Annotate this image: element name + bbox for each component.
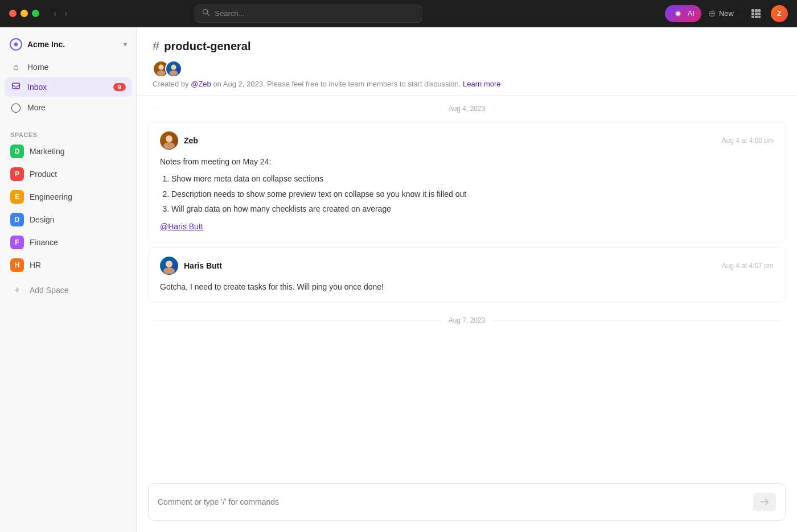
messages-area: Aug 4, 2023 Zeb Aug 4 at 4:00 pm Notes f… [137, 96, 797, 474]
send-icon [760, 497, 769, 506]
svg-point-22 [166, 261, 172, 267]
svg-point-19 [170, 71, 178, 76]
maximize-button[interactable] [32, 10, 39, 17]
new-label: New [719, 9, 734, 18]
description-mention[interactable]: @Zeb [191, 80, 211, 88]
message-avatar-zeb [160, 131, 178, 150]
forward-button[interactable]: › [61, 7, 70, 20]
date-divider-aug7: Aug 7, 2023 [137, 307, 797, 329]
message-card-2: Haris Butt Aug 4 at 4:07 pm Gotcha, I ne… [148, 247, 786, 303]
user-initials: Z [777, 10, 781, 18]
space-label: Finance [30, 238, 58, 247]
ai-label: AI [688, 9, 695, 18]
workspace-logo-icon [9, 38, 23, 51]
space-label: Engineering [30, 192, 72, 201]
message-author-2: Haris Butt [184, 261, 222, 270]
sidebar-item-engineering[interactable]: E Engineering [5, 186, 132, 208]
sidebar-item-finance[interactable]: F Finance [5, 232, 132, 253]
user-avatar[interactable]: Z [771, 5, 788, 22]
date-divider-aug4: Aug 4, 2023 [137, 96, 797, 117]
search-icon [202, 9, 210, 18]
topbar-right: AI ⊕ New Z [665, 5, 788, 22]
sidebar-item-product[interactable]: P Product [5, 163, 132, 185]
msg-list: Show more meta data on collapse sections… [160, 172, 774, 215]
sidebar-item-label: More [27, 103, 46, 112]
new-plus-icon: ⊕ [708, 8, 716, 19]
ai-button[interactable]: AI [665, 5, 701, 22]
sidebar-item-inbox[interactable]: Inbox 9 [5, 77, 132, 97]
message-avatar-haris [160, 257, 178, 275]
more-icon: ◯ [10, 102, 22, 113]
learn-more-link[interactable]: Learn more [463, 80, 500, 88]
date-label-aug4: Aug 4, 2023 [449, 105, 486, 113]
message-time-2: Aug 4 at 4:07 pm [722, 262, 774, 270]
new-button[interactable]: ⊕ New [708, 8, 734, 19]
sidebar-item-home[interactable]: ⌂ Home [5, 58, 132, 76]
add-space-button[interactable]: + Add Space [5, 279, 132, 301]
minimize-button[interactable] [20, 10, 28, 17]
svg-rect-10 [751, 16, 754, 18]
workspace-name: Acme Inc. [27, 40, 65, 49]
message-mention[interactable]: @Haris Butt [160, 222, 203, 231]
svg-point-16 [158, 65, 163, 70]
message-header-1: Zeb Aug 4 at 4:00 pm [160, 131, 774, 150]
svg-rect-4 [751, 9, 754, 12]
msg-intro: Notes from meeting on May 24: [160, 155, 774, 168]
sidebar-item-hr[interactable]: H HR [5, 254, 132, 276]
search-bar[interactable]: Search... [195, 5, 422, 23]
hr-space-icon: H [10, 258, 24, 272]
list-item: Will grab data on how many checklists ar… [171, 203, 774, 215]
comment-send-button[interactable] [753, 493, 776, 511]
sidebar-item-more[interactable]: ◯ More [5, 98, 132, 117]
back-button[interactable]: ‹ [51, 7, 59, 20]
content-area: # product-general Created by @Zeb on Aug… [137, 27, 797, 532]
member-avatar-haris [165, 60, 182, 77]
home-icon: ⌂ [10, 62, 22, 72]
svg-rect-7 [751, 13, 754, 15]
svg-rect-5 [755, 9, 758, 12]
ai-avatar-icon [672, 7, 684, 20]
sidebar-item-marketing[interactable]: D Marketing [5, 141, 132, 162]
message-body-1: Notes from meeting on May 24: Show more … [160, 155, 774, 233]
space-label: Marketing [30, 147, 64, 156]
date-line [492, 109, 781, 109]
svg-point-0 [203, 9, 208, 14]
message-header-2: Haris Butt Aug 4 at 4:07 pm [160, 257, 774, 275]
add-space-icon: + [10, 283, 24, 297]
inbox-badge: 9 [113, 83, 126, 91]
inbox-icon [10, 81, 22, 93]
sidebar-item-design[interactable]: D Design [5, 209, 132, 230]
spaces-list: D Marketing P Product E Engineering D De… [0, 141, 136, 277]
comment-input[interactable] [158, 497, 747, 506]
grid-menu-button[interactable] [748, 6, 764, 22]
search-placeholder: Search... [215, 9, 244, 18]
window-controls [9, 10, 39, 17]
date-line [153, 320, 442, 321]
finance-space-icon: F [10, 236, 24, 249]
channel-header: # product-general Created by @Zeb on Aug… [137, 27, 797, 96]
nav-arrows: ‹ › [51, 7, 71, 20]
message-card-1: Zeb Aug 4 at 4:00 pm Notes from meeting … [148, 122, 786, 242]
sidebar-item-label: Inbox [27, 83, 47, 92]
main-layout: Acme Inc. ▾ ⌂ Home Inbox 9 ◯ More [0, 27, 797, 532]
close-button[interactable] [9, 10, 17, 17]
svg-rect-8 [755, 13, 758, 15]
spaces-label: Spaces [0, 127, 136, 141]
channel-members [153, 60, 781, 77]
channel-title-row: # product-general [153, 39, 781, 53]
comment-box [148, 483, 786, 521]
topbar-divider [741, 8, 741, 19]
workspace-header[interactable]: Acme Inc. ▾ [0, 34, 136, 58]
svg-rect-11 [755, 16, 758, 18]
space-label: Design [30, 215, 55, 224]
design-space-icon: D [10, 213, 24, 226]
sidebar: Acme Inc. ▾ ⌂ Home Inbox 9 ◯ More [0, 27, 137, 532]
comment-area [137, 474, 797, 532]
msg-text: Gotcha, I need to create tasks for this.… [160, 281, 774, 293]
svg-point-20 [166, 135, 172, 142]
svg-line-1 [207, 14, 209, 16]
channel-name: product-general [164, 40, 250, 53]
message-body-2: Gotcha, I need to create tasks for this.… [160, 281, 774, 293]
message-author-1: Zeb [184, 136, 198, 145]
space-label: HR [30, 261, 41, 270]
